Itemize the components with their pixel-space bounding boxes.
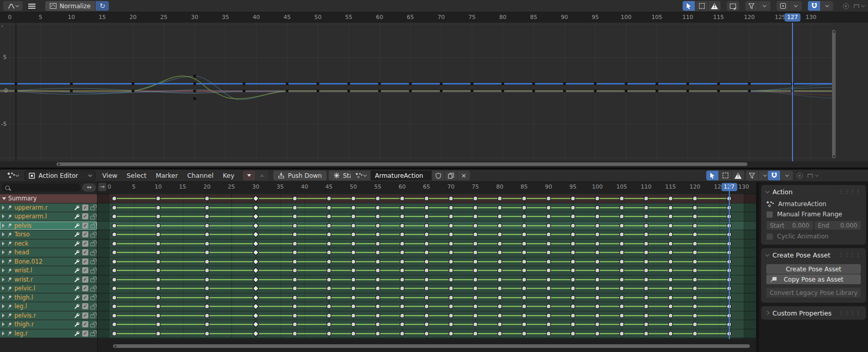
keyframe-dot[interactable] bbox=[498, 286, 502, 290]
keyframe-dot[interactable] bbox=[424, 313, 428, 318]
snap-toggle-button[interactable] bbox=[768, 171, 780, 180]
manual-frame-range-row[interactable]: Manual Frame Range bbox=[761, 209, 866, 219]
keyframe-dot[interactable] bbox=[351, 214, 355, 218]
channel-enable-checkbox[interactable]: ✓ bbox=[82, 312, 88, 319]
keyframe-dot[interactable] bbox=[546, 232, 551, 236]
keyframe-dot[interactable] bbox=[351, 322, 355, 326]
convert-legacy-pose-library-button[interactable]: Convert Legacy Pose Library bbox=[766, 288, 861, 298]
cyclic-animation-checkbox[interactable] bbox=[766, 233, 773, 240]
keyframe-rows[interactable] bbox=[98, 193, 756, 339]
keyframe-dot[interactable] bbox=[644, 214, 648, 218]
snap-toggle-button[interactable] bbox=[808, 1, 820, 11]
keyframe-dot[interactable] bbox=[693, 250, 697, 254]
current-frame-badge[interactable]: 127 bbox=[785, 13, 801, 22]
keyframe-dot[interactable] bbox=[693, 206, 697, 210]
pin-icon[interactable] bbox=[7, 232, 12, 237]
keyframe-dot[interactable] bbox=[351, 232, 355, 236]
tweak-tool-button[interactable] bbox=[683, 1, 695, 11]
pin-icon[interactable] bbox=[7, 258, 12, 264]
keyframe-dot[interactable] bbox=[293, 196, 297, 200]
keyframe-dot[interactable] bbox=[400, 313, 404, 318]
keyframe-diamond[interactable] bbox=[253, 294, 258, 300]
keyframe-dot[interactable] bbox=[327, 304, 331, 308]
keyframe-track-thigh.r[interactable] bbox=[98, 320, 756, 329]
normalize-view-button[interactable] bbox=[727, 1, 739, 11]
channel-search-input[interactable] bbox=[2, 183, 81, 192]
keyframe-dot[interactable] bbox=[473, 206, 477, 210]
keyframe-dot[interactable] bbox=[693, 322, 697, 326]
keyframe-dot[interactable] bbox=[293, 295, 297, 300]
keying-set-button[interactable] bbox=[777, 1, 789, 11]
keyframe-dot[interactable] bbox=[693, 277, 697, 282]
keyframe-track-thigh.l[interactable] bbox=[98, 293, 756, 302]
expand-triangle-icon[interactable] bbox=[2, 313, 5, 318]
keyframe-diamond[interactable] bbox=[253, 240, 258, 246]
wrench-icon[interactable] bbox=[74, 303, 80, 309]
action-panel-header[interactable]: Action ⋮⋮⋮⋮ bbox=[761, 186, 866, 197]
channel-row-thigh.l[interactable]: thigh.l✓ bbox=[0, 293, 97, 302]
keyframe-dot[interactable] bbox=[156, 322, 160, 326]
keyframe-dot[interactable] bbox=[522, 206, 526, 210]
keyframe-dot[interactable] bbox=[293, 313, 297, 318]
keyframe-dot[interactable] bbox=[424, 250, 428, 254]
keyframe-dot[interactable] bbox=[156, 206, 160, 210]
menu-key[interactable]: Key bbox=[218, 170, 239, 182]
keyframe-dot[interactable] bbox=[546, 331, 551, 336]
keyframe-dot[interactable] bbox=[205, 331, 209, 336]
keyframe-dot[interactable] bbox=[156, 214, 160, 218]
keyframe-dot[interactable] bbox=[571, 242, 575, 246]
keyframe-dot[interactable] bbox=[522, 286, 526, 290]
keyframe-dot[interactable] bbox=[498, 313, 502, 318]
keyframe-dot[interactable] bbox=[546, 277, 551, 282]
wrench-icon[interactable] bbox=[74, 294, 80, 301]
unlock-icon[interactable] bbox=[90, 252, 95, 255]
pin-icon[interactable] bbox=[7, 304, 12, 309]
pin-icon[interactable] bbox=[7, 330, 12, 336]
keyframe-dot[interactable] bbox=[595, 268, 599, 272]
filter-button[interactable] bbox=[746, 171, 758, 180]
unlock-icon[interactable] bbox=[90, 207, 95, 210]
wrench-icon[interactable] bbox=[74, 330, 80, 337]
collapse-triangle-icon[interactable] bbox=[2, 197, 6, 200]
keyframe-dot[interactable] bbox=[571, 250, 575, 254]
keyframe-dot[interactable] bbox=[400, 206, 404, 210]
keyframe-dot[interactable] bbox=[424, 214, 428, 218]
push-down-button[interactable]: Push Down bbox=[273, 171, 326, 180]
keyframe-dot[interactable] bbox=[595, 295, 599, 300]
keyframe-dot[interactable] bbox=[351, 304, 355, 308]
keyframe-dot[interactable] bbox=[619, 331, 624, 336]
keyframe-dot[interactable] bbox=[205, 250, 209, 254]
keyframe-dot[interactable] bbox=[668, 206, 672, 210]
keyframe-dot[interactable] bbox=[112, 260, 116, 264]
keyframe-dot[interactable] bbox=[571, 322, 575, 326]
keyframe-diamond[interactable] bbox=[253, 286, 258, 291]
channel-row-thigh.r[interactable]: thigh.r✓ bbox=[0, 320, 97, 329]
keyframe-dot[interactable] bbox=[449, 260, 453, 264]
keyframe-dot[interactable] bbox=[112, 242, 116, 246]
wrench-icon[interactable] bbox=[74, 321, 80, 327]
wrench-icon[interactable] bbox=[74, 205, 80, 211]
keyframe-dot[interactable] bbox=[619, 214, 624, 218]
pin-icon[interactable] bbox=[7, 250, 12, 255]
keyframe-dot[interactable] bbox=[619, 277, 624, 282]
channel-enable-checkbox[interactable]: ✓ bbox=[82, 240, 88, 247]
dope-hscroll-track[interactable] bbox=[98, 343, 756, 350]
keyframe-dot[interactable] bbox=[644, 232, 648, 236]
keyframe-dot[interactable] bbox=[156, 304, 160, 308]
keyframe-dot[interactable] bbox=[424, 286, 428, 290]
keyframe-dot[interactable] bbox=[595, 322, 599, 326]
keyframe-dot[interactable] bbox=[693, 268, 697, 272]
keyframe-dot[interactable] bbox=[293, 242, 297, 246]
keyframe-dot[interactable] bbox=[449, 304, 453, 308]
keyframe-dot[interactable] bbox=[571, 268, 575, 272]
keyframe-dot[interactable] bbox=[449, 224, 453, 228]
keyframe-dot[interactable] bbox=[644, 206, 648, 210]
editor-mode-select[interactable]: Action Editor bbox=[25, 171, 96, 180]
channel-row-head[interactable]: head✓ bbox=[0, 248, 97, 257]
keyframe-dot[interactable] bbox=[156, 196, 160, 200]
keyframe-dot[interactable] bbox=[595, 214, 599, 218]
keyframe-dot[interactable] bbox=[595, 277, 599, 282]
keyframe-dot[interactable] bbox=[112, 206, 116, 210]
unlock-icon[interactable] bbox=[90, 288, 95, 291]
channel-row-Summary[interactable]: Summary bbox=[0, 194, 97, 203]
